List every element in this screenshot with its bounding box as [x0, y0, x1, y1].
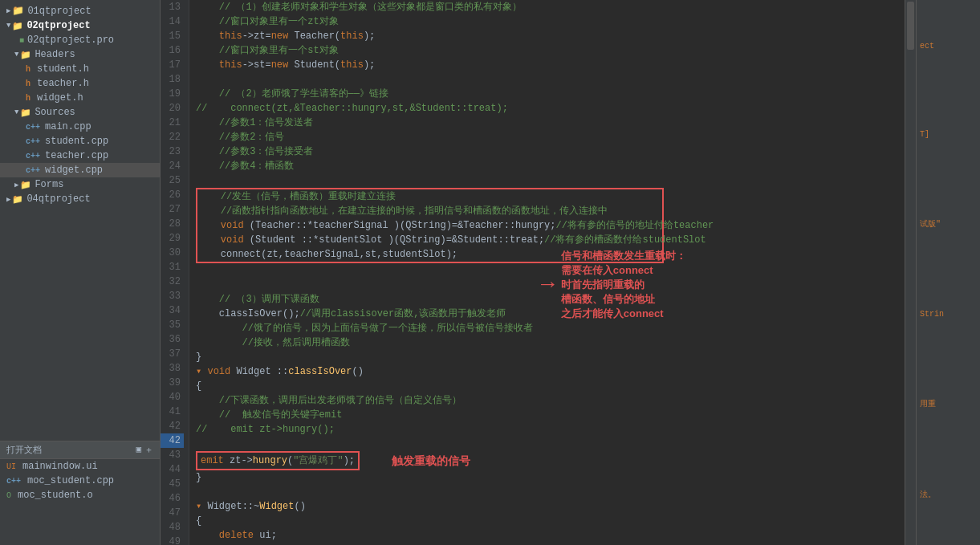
doc-label: moc_student.o — [18, 490, 93, 501]
tree-label: teacher.cpp — [45, 150, 108, 161]
code-line-21: //参数1：信号发送者 — [196, 116, 905, 130]
tree-label: main.cpp — [45, 121, 91, 132]
tree-item-pro[interactable]: ■ 02qtproject.pro — [0, 33, 160, 47]
ann-item-3: 试版" — [920, 218, 977, 230]
editor-content: 1314151617 1819202122 2324252627 2829303… — [161, 0, 980, 545]
code-line-26: //发生（信号，槽函数）重载时建立连接 — [197, 189, 662, 204]
ann-item-4: Strin — [920, 310, 977, 319]
tree-item-main-cpp[interactable]: c++ main.cpp — [0, 120, 160, 134]
bottom-item-moc-student-o[interactable]: O moc_student.o — [0, 488, 160, 502]
code-line-45: } — [196, 470, 905, 485]
cpp-file-icon: c++ — [26, 152, 40, 161]
ui-file-icon: UI — [6, 462, 16, 471]
ann-item-6: 法。 — [920, 489, 977, 500]
tree-label: teacher.h — [37, 78, 89, 89]
code-line-29: void (Student ::*studentSlot )(QString)=… — [197, 233, 662, 247]
open-docs-list: UI mainwindow.ui c++ moc_student.cpp O m… — [0, 459, 160, 545]
line-numbers: 1314151617 1819202122 2324252627 2829303… — [161, 0, 189, 545]
h-file-icon: h — [26, 94, 30, 103]
code-line-14: //窗口对象里有一个zt对象 — [196, 14, 905, 29]
code-line-24: //参数4：槽函数 — [196, 159, 905, 173]
cpp-file-icon: c++ — [26, 166, 40, 175]
code-line-13: // （1）创建老师对象和学生对象（这些对象都是窗口类的私有对象） — [196, 0, 905, 14]
code-line-27: //函数指针指向函数地址，在建立连接的时候，指明信号和槽函数的函数地址，传入连接… — [197, 204, 662, 218]
tree-item-widget-h[interactable]: h widget.h — [0, 91, 160, 105]
arrow-annotation: → 信号和槽函数发生重载时： 需要在传入connect 时首先指明重载的 槽函数… — [541, 249, 686, 322]
tree-label: student.h — [37, 63, 89, 75]
tree-item-headers[interactable]: ▼ 📁 Headers — [0, 47, 160, 62]
tree-label: Forms — [35, 179, 63, 190]
tree-item-student-h[interactable]: h student.h — [0, 62, 160, 76]
doc-label: mainwindow.ui — [22, 461, 98, 472]
cpp-file-icon: c++ — [6, 477, 21, 486]
arrow-icon: ▶ — [6, 6, 10, 15]
h-file-icon: h — [26, 79, 30, 88]
tree-item-04qtproject[interactable]: ▶ 📁 04qtproject — [0, 192, 160, 206]
right-scrollbar[interactable] — [905, 0, 916, 545]
tree-label: widget.h — [37, 92, 83, 104]
code-line-22: //参数2：信号 — [196, 130, 905, 144]
tree-label: widget.cpp — [45, 165, 103, 176]
tree-label: 02qtproject.pro — [27, 35, 114, 46]
bottom-item-mainwindow[interactable]: UI mainwindow.ui — [0, 459, 160, 474]
code-line-37: } — [196, 350, 905, 364]
scrollbar-thumb[interactable] — [907, 2, 914, 50]
code-line-25 — [196, 173, 905, 188]
code-line-41: // 触发信号的关键字emit — [196, 408, 905, 422]
code-line-15: this->zt=new Teacher(this); — [196, 29, 905, 43]
tree-item-forms[interactable]: ▶ 📁 Forms — [0, 177, 160, 192]
sources-label: Sources — [35, 107, 75, 118]
doc-label: moc_student.cpp — [27, 475, 114, 486]
right-arrow-icon: → — [541, 278, 555, 292]
arrow-icon: ▼ — [14, 108, 18, 116]
arrow-icon: ▼ — [6, 22, 10, 30]
tree-item-student-cpp[interactable]: c++ student.cpp — [0, 134, 160, 148]
trigger-annotation: 触发重载的信号 — [392, 453, 470, 468]
pro-icon: ■ — [19, 36, 24, 45]
arrow-icon: ▶ — [14, 181, 18, 189]
code-line-35: //饿了的信号，因为上面信号做了一个连接，所以信号被信号接收者 — [196, 321, 905, 336]
line-44-container: emit zt->hungry("宫爆鸡丁"); 触发重载的信号 — [196, 451, 905, 470]
folder-icon: 📁 — [20, 50, 31, 60]
left-panel: ▶ 📁 01qtproject ▼ 📁 02qtproject ■ 02qtpr… — [0, 0, 161, 545]
code-line-20: // connect(zt,&Teacher::hungry,st,&Stude… — [196, 101, 905, 116]
folder-icon: 📁 — [20, 108, 31, 118]
code-line-18 — [196, 72, 905, 87]
ann-item-2: T] — [920, 130, 977, 139]
arrow-row: → 信号和槽函数发生重载时： 需要在传入connect 时首先指明重载的 槽函数… — [196, 278, 905, 292]
code-box-44: emit zt->hungry("宫爆鸡丁"); — [196, 451, 360, 470]
arrow-icon: ▶ — [6, 195, 10, 204]
tree-item-widget-cpp[interactable]: c++ widget.cpp — [0, 163, 160, 177]
code-line-49: delete ui; — [196, 528, 905, 543]
code-line-19: // （2）老师饿了学生请客的——》链接 — [196, 87, 905, 101]
code-line-17: this->st=new Student(this); — [196, 58, 905, 72]
main-editor: 1314151617 1819202122 2324252627 2829303… — [161, 0, 980, 545]
open-documents-panel: 打开文档 ▣ ＋ UI mainwindow.ui c++ moc_studen… — [0, 441, 160, 545]
open-docs-header: 打开文档 ▣ ＋ — [0, 441, 160, 459]
arrow-icon: ▼ — [14, 51, 18, 59]
tree-item-02qtproject[interactable]: ▼ 📁 02qtproject — [0, 18, 160, 33]
code-area[interactable]: // （1）创建老师对象和学生对象（这些对象都是窗口类的私有对象） //窗口对象… — [189, 0, 905, 545]
tree-label: 01qtproject — [27, 6, 91, 17]
tree-label: Headers — [35, 49, 75, 60]
code-line-28: void (Teacher::*teacherSignal )(QString)… — [197, 218, 662, 233]
code-line-38: ▾ void Widget ::classIsOver() — [196, 364, 905, 379]
right-annotations-panel: ect T] 试版" Strin 用重 法。 — [916, 0, 980, 545]
folder-icon: 📁 — [12, 21, 23, 31]
tree-label: 04qtproject — [26, 193, 90, 205]
tree-item-teacher-h[interactable]: h teacher.h — [0, 76, 160, 91]
tree-item-sources[interactable]: ▼ 📁 Sources — [0, 105, 160, 120]
pin-icon[interactable]: ▣ — [136, 444, 141, 456]
tree-label: 02qtproject — [26, 20, 90, 31]
tree-item-teacher-cpp[interactable]: c++ teacher.cpp — [0, 148, 160, 163]
open-docs-title: 打开文档 — [6, 444, 42, 456]
code-line-36: //接收，然后调用槽函数 — [196, 336, 905, 350]
code-line-47: ▾ Widget::~Widget() — [196, 499, 905, 514]
tree-label: student.cpp — [45, 136, 108, 147]
bottom-item-moc-student[interactable]: c++ moc_student.cpp — [0, 474, 160, 488]
expand-icon[interactable]: ＋ — [144, 444, 153, 456]
o-file-icon: O — [6, 491, 11, 500]
tree-item-01qtproject[interactable]: ▶ 📁 01qtproject — [0, 3, 160, 18]
cpp-file-icon: c++ — [26, 137, 40, 146]
file-tree: ▶ 📁 01qtproject ▼ 📁 02qtproject ■ 02qtpr… — [0, 0, 160, 441]
